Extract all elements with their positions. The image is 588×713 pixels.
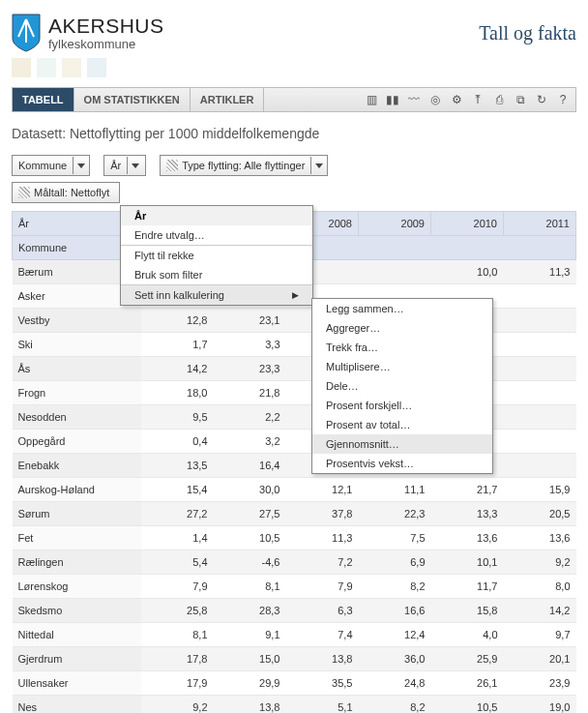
cell[interactable]: 11,1 [359,478,431,502]
cell[interactable]: 19,0 [504,696,576,714]
cell[interactable]: 11,7 [431,575,504,599]
cell[interactable]: 7,5 [359,526,431,550]
cell[interactable] [504,357,576,381]
target-icon[interactable]: ◎ [428,93,442,106]
cell[interactable]: 9,1 [214,623,286,647]
menu-sett-inn-kalk[interactable]: Sett inn kalkulering▶ [121,284,312,305]
col-2009[interactable]: 2009 [359,212,431,236]
menu-endre-utvalg[interactable]: Endre utvalg… [121,225,312,245]
row-label[interactable]: Lørenskog [13,575,141,599]
menu-trekk-fra[interactable]: Trekk fra… [312,338,492,357]
cell[interactable]: 15,4 [141,478,214,502]
cell[interactable]: -4,6 [214,550,286,575]
cell[interactable]: 12,8 [141,309,214,333]
cell[interactable]: 13,6 [504,526,576,550]
cell[interactable]: 13,5 [141,454,214,478]
row-label[interactable]: Rælingen [13,550,141,575]
menu-multiplisere[interactable]: Multiplisere… [312,357,492,376]
cell[interactable]: 13,3 [431,502,504,526]
cell[interactable]: 20,1 [504,647,576,671]
cell[interactable]: 9,5 [141,405,214,430]
menu-aggreger[interactable]: Aggreger… [312,318,492,338]
row-label[interactable]: Nes [13,696,141,714]
cell[interactable]: 24,8 [359,671,431,696]
cell[interactable]: 13,8 [286,647,359,671]
cell[interactable] [504,405,576,430]
cell[interactable]: 13,6 [431,526,504,550]
cell[interactable]: 23,3 [214,357,286,381]
cell[interactable] [504,284,576,309]
cell[interactable]: 8,2 [359,696,431,714]
menu-prosentvis-vekst[interactable]: Prosentvis vekst… [312,454,492,473]
row-label[interactable]: Skedsmo [13,599,141,623]
cell[interactable]: 14,2 [504,599,576,623]
dropdown-ar[interactable]: År [103,155,146,176]
cell[interactable]: 16,4 [214,454,286,478]
cell[interactable]: 4,0 [431,623,504,647]
menu-prosent-forskjell[interactable]: Prosent forskjell… [312,396,492,415]
cell[interactable]: 7,4 [286,623,359,647]
cell[interactable]: 15,0 [214,647,286,671]
cell[interactable]: 9,2 [141,696,214,714]
tab-artikler[interactable]: ARTIKLER [191,88,265,111]
row-label[interactable]: Nittedal [13,623,141,647]
cell[interactable]: 13,8 [214,696,286,714]
cell[interactable] [504,309,576,333]
row-label[interactable]: Frogn [13,381,141,405]
cell[interactable] [359,260,431,284]
cell[interactable]: 17,9 [141,671,214,696]
cell[interactable]: 1,7 [141,333,214,357]
cell[interactable]: 35,5 [286,671,359,696]
cell[interactable]: 36,0 [359,647,431,671]
cell[interactable]: 23,1 [214,309,286,333]
dropdown-maltall[interactable]: Måltall: Nettoflyt [12,182,120,203]
menu-dele[interactable]: Dele… [312,376,492,396]
row-label[interactable]: Oppegård [13,430,141,454]
cell[interactable]: 28,3 [214,599,286,623]
cell[interactable]: 8,0 [504,575,576,599]
cell[interactable]: 30,0 [214,478,286,502]
chart-icon[interactable]: ▮▮ [386,93,399,106]
row-label[interactable]: Fet [13,526,141,550]
cell[interactable]: 0,4 [141,430,214,454]
cell[interactable]: 20,5 [504,502,576,526]
cell[interactable]: 5,1 [286,696,359,714]
menu-legg-sammen[interactable]: Legg sammen… [312,299,492,318]
col-2010[interactable]: 2010 [431,212,504,236]
tab-omstat[interactable]: OM STATISTIKKEN [74,88,191,111]
cell[interactable]: 1,4 [141,526,214,550]
row-label[interactable]: Nesodden [13,405,141,430]
menu-bruk-filter[interactable]: Bruk som filter [121,265,312,284]
cell[interactable]: 6,9 [359,550,431,575]
print-icon[interactable]: ⎙ [492,93,506,106]
cell[interactable] [504,454,576,478]
cell[interactable]: 27,2 [141,502,214,526]
layout-icon[interactable]: ▥ [365,93,378,106]
cell[interactable]: 29,9 [214,671,286,696]
cell[interactable] [504,430,576,454]
cell[interactable]: 8,2 [359,575,431,599]
menu-gjennomsnitt[interactable]: Gjennomsnitt… [312,434,492,454]
cell[interactable]: 12,4 [359,623,431,647]
cell[interactable]: 11,3 [504,260,576,284]
cell[interactable]: 15,8 [431,599,504,623]
cell[interactable]: 10,5 [214,526,286,550]
export-icon[interactable]: ⤒ [471,93,485,106]
cell[interactable]: 5,4 [141,550,214,575]
cell[interactable]: 7,9 [141,575,214,599]
cell[interactable]: 37,8 [286,502,359,526]
cell[interactable]: 9,2 [504,550,576,575]
copy-icon[interactable]: ⧉ [514,93,527,106]
help-icon[interactable]: ? [556,93,570,106]
cell[interactable]: 7,9 [286,575,359,599]
cell[interactable]: 3,2 [214,430,286,454]
row-label[interactable]: Ski [13,333,141,357]
tab-tabell[interactable]: TABELL [13,88,74,111]
cell[interactable] [504,381,576,405]
refresh-icon[interactable]: ↻ [535,93,548,106]
cell[interactable] [504,333,576,357]
menu-flytt-rekke[interactable]: Flytt til rekke [121,245,312,265]
row-label[interactable]: Enebakk [13,454,141,478]
cell[interactable]: 25,9 [431,647,504,671]
cell[interactable]: 6,3 [286,599,359,623]
